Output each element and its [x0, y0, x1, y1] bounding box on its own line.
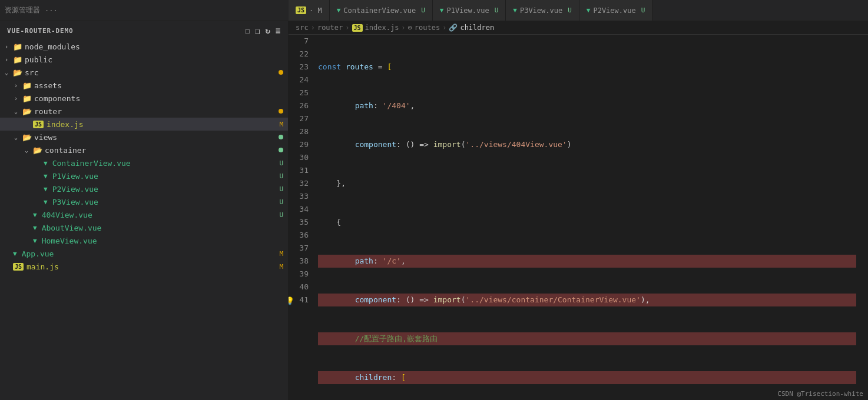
breadcrumb-js-icon: JS: [352, 24, 363, 32]
vue-file-icon: ▼: [44, 185, 48, 193]
folder-icon: 📂: [22, 107, 32, 116]
breadcrumb-routes-icon: ⊙: [408, 24, 412, 32]
refresh-icon[interactable]: ↻: [265, 26, 270, 35]
new-file-icon[interactable]: ☐: [245, 26, 250, 35]
tree-item-p3view[interactable]: › ▼ P3View.vue U: [0, 195, 288, 208]
tree-label: components: [34, 94, 288, 103]
new-folder-icon[interactable]: ❑: [255, 26, 260, 35]
line-numbers: 7 22 23 24 25 26 27 28 29 30 31 32 33 34…: [289, 35, 318, 400]
folder-icon: 📁: [13, 42, 22, 51]
vue-file-icon: ▼: [44, 198, 48, 206]
tree-item-index-js[interactable]: › JS index.js M: [0, 118, 288, 131]
tree-badge: M: [279, 263, 283, 271]
tab-main-js[interactable]: JS · M: [289, 0, 330, 21]
tree-item-containerview[interactable]: › ▼ ContainerView.vue U: [0, 156, 288, 169]
tab-badge: U: [421, 6, 425, 14]
breadcrumb-sep: ›: [345, 24, 349, 32]
vue-file-icon: ▼: [440, 6, 444, 14]
tree-label: public: [25, 55, 288, 64]
tree-label: views: [34, 133, 288, 142]
vue-file-icon: ▼: [513, 6, 517, 14]
tree-item-aboutview[interactable]: › ▼ AboutView.vue: [0, 221, 288, 234]
tree-label: P1View.vue: [52, 172, 288, 181]
folder-icon: 📂: [33, 146, 42, 155]
chevron-down-icon: ⌄: [14, 108, 22, 115]
breadcrumb-routes[interactable]: routes: [415, 24, 440, 32]
chevron-right-icon: ›: [14, 95, 22, 102]
tab-bar: 资源管理器 ··· JS · M ▼ ContainerView.vue U ▼…: [0, 0, 868, 21]
tree-item-homeview[interactable]: › ▼ HomeView.vue: [0, 234, 288, 247]
tree-item-public[interactable]: › 📁 public: [0, 53, 288, 66]
ellipsis-icon: ···: [45, 6, 58, 15]
js-file-icon: JS: [13, 263, 24, 271]
folder-icon: 📁: [22, 81, 32, 90]
code-line-22: path: '/404',: [318, 99, 856, 112]
vue-file-icon: ▼: [33, 211, 37, 219]
sidebar-project-header: VUE-ROUTER-DEMO ☐ ❑ ↻ ≡: [0, 21, 288, 40]
tree-label: P2View.vue: [52, 185, 288, 194]
chevron-right-icon: ›: [5, 44, 13, 50]
tree-badge: U: [279, 159, 283, 167]
tree-item-p1view[interactable]: › ▼ P1View.vue U: [0, 169, 288, 182]
code-line-24: },: [318, 177, 856, 190]
tree-item-components[interactable]: › 📁 components: [0, 92, 288, 105]
breadcrumb-router[interactable]: router: [317, 24, 343, 32]
tree-item-views[interactable]: ⌄ 📂 views: [0, 131, 288, 144]
tree-badge: U: [279, 185, 283, 193]
tab-badge: U: [568, 6, 572, 14]
tab-label: ContainerView.vue: [343, 6, 416, 15]
code-content[interactable]: const routes = [ path: '/404', component…: [318, 35, 868, 400]
tree-label: AboutView.vue: [42, 224, 288, 232]
tab-label: · M: [309, 6, 322, 15]
folder-icon: 📁: [13, 55, 22, 64]
lightbulb-icon[interactable]: 💡: [289, 295, 294, 308]
code-line-28: //配置子路由,嵌套路由: [318, 332, 856, 345]
tree-label: App.vue: [22, 249, 288, 258]
tree-item-src[interactable]: ⌄ 📂 src: [0, 66, 288, 79]
tree-item-p2view[interactable]: › ▼ P2View.vue U: [0, 182, 288, 195]
main-content: VUE-ROUTER-DEMO ☐ ❑ ↻ ≡ › 📁 node_modules…: [0, 21, 868, 400]
collapse-icon[interactable]: ≡: [276, 26, 281, 35]
tree-item-assets[interactable]: › 📁 assets: [0, 79, 288, 92]
tree-item-router[interactable]: ⌄ 📂 router: [0, 105, 288, 118]
code-editor[interactable]: 7 22 23 24 25 26 27 28 29 30 31 32 33 34…: [289, 35, 868, 400]
tree-badge: U: [279, 172, 283, 180]
tree-label: P3View.vue: [52, 198, 288, 206]
breadcrumb-indexjs[interactable]: index.js: [365, 24, 399, 32]
tree-badge: M: [279, 250, 283, 258]
tree-label: assets: [34, 81, 288, 90]
chevron-right-icon: ›: [5, 56, 13, 63]
tree-badge: U: [279, 211, 283, 219]
tab-p2view[interactable]: ▼ P2View.vue U: [579, 0, 653, 21]
vue-file-icon: ▼: [337, 6, 341, 14]
tab-label: P2View.vue: [593, 6, 635, 15]
tree-item-404view[interactable]: › ▼ 404View.vue U: [0, 208, 288, 221]
chevron-down-icon: ⌄: [14, 134, 22, 141]
breadcrumb-sep: ›: [311, 24, 315, 32]
tab-container-view[interactable]: ▼ ContainerView.vue U: [330, 0, 433, 21]
chevron-right-icon: ›: [14, 82, 22, 89]
tab-badge: U: [641, 6, 645, 14]
tree-label: main.js: [26, 262, 288, 271]
code-line-27: component: () => import('../views/contai…: [318, 294, 856, 306]
untracked-dot: [279, 148, 283, 152]
tree-label: index.js: [47, 120, 288, 129]
breadcrumb-children[interactable]: children: [460, 24, 494, 32]
tree-item-container[interactable]: ⌄ 📂 container: [0, 144, 288, 156]
sidebar: VUE-ROUTER-DEMO ☐ ❑ ↻ ≡ › 📁 node_modules…: [0, 21, 289, 400]
tree-item-appvue[interactable]: › ▼ App.vue M: [0, 247, 288, 260]
file-tree: › 📁 node_modules › 📁 public ⌄ 📂 src › 📁: [0, 40, 288, 400]
tree-badge: U: [279, 198, 283, 206]
folder-icon: 📂: [13, 68, 22, 77]
breadcrumb-link-icon: 🔗: [449, 24, 458, 32]
code-line-23: component: () => import('../views/404Vie…: [318, 138, 856, 151]
project-name: VUE-ROUTER-DEMO: [7, 27, 74, 35]
modified-dot: [279, 109, 283, 114]
sidebar-actions: ☐ ❑ ↻ ≡: [245, 26, 281, 35]
chevron-down-icon: ⌄: [25, 147, 33, 154]
tree-item-node-modules[interactable]: › 📁 node_modules: [0, 40, 288, 53]
breadcrumb-src[interactable]: src: [296, 24, 309, 32]
tab-p1view[interactable]: ▼ P1View.vue U: [433, 0, 506, 21]
tab-p3view[interactable]: ▼ P3View.vue U: [506, 0, 579, 21]
tree-item-mainjs[interactable]: › JS main.js M: [0, 260, 288, 273]
